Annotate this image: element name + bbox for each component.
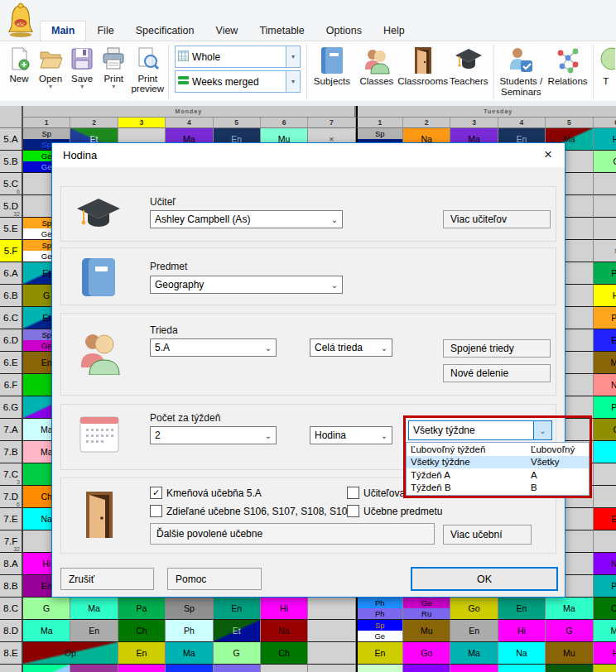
weeks-mode-combo[interactable]: Weeks merged ▾ <box>175 70 301 93</box>
timetable-cell[interactable] <box>308 598 355 620</box>
class-row-label[interactable]: 5.E <box>0 218 23 240</box>
timetable-cell[interactable]: En <box>214 598 261 620</box>
timetable-cell[interactable] <box>308 642 355 665</box>
timetable-cell[interactable]: Hi <box>261 598 308 620</box>
subject-rooms-checkbox[interactable]: Učebne predmetu <box>347 505 513 517</box>
ok-button[interactable]: OK <box>411 567 558 591</box>
class-row-label[interactable]: 8.B <box>0 575 23 598</box>
period-header[interactable]: 5 <box>546 118 593 128</box>
period-header[interactable]: 2 <box>403 118 450 128</box>
view-mode-combo[interactable]: Whole ▾ <box>175 46 301 68</box>
tab-timetable[interactable]: Timetable <box>248 22 315 41</box>
timetable-cell[interactable]: En <box>594 329 616 352</box>
class-row-label[interactable]: 7.D6 <box>0 486 23 508</box>
timetable-cell[interactable] <box>70 665 118 672</box>
weeks-option-b[interactable]: Týždeň B B <box>407 482 589 495</box>
timetable-cell[interactable]: Hi <box>594 285 616 307</box>
timetable-cell[interactable]: SpGe <box>356 620 403 642</box>
print-preview-button[interactable]: Print preview <box>129 43 166 101</box>
help-button[interactable]: Pomoc <box>167 568 262 590</box>
timetable-cell[interactable]: Na <box>498 642 546 665</box>
clipped-toolbar-button[interactable]: T <box>595 43 616 101</box>
timetable-cell[interactable]: Ma <box>166 642 213 665</box>
relations-button[interactable]: Relations <box>546 43 590 101</box>
class-row-label[interactable]: 8.F <box>0 665 23 672</box>
timetable-cell[interactable]: Ma <box>594 620 616 642</box>
timetable-cell[interactable]: Ph <box>594 575 616 598</box>
timetable-cell[interactable] <box>546 665 593 672</box>
timetable-cell[interactable] <box>356 665 403 672</box>
dialog-title-bar[interactable]: Hodina × <box>52 143 565 167</box>
timetable-cell[interactable]: Ch <box>118 620 166 642</box>
open-button[interactable]: Open ▾ <box>35 43 66 101</box>
class-row-label[interactable]: 7.B <box>0 441 23 463</box>
timetable-cell[interactable] <box>498 665 546 672</box>
weeks-option-any[interactable]: Ľubovoľný týždeň Ľubovoľný <box>407 443 589 456</box>
weeks-combo[interactable]: Všetky týždne ⌄ <box>408 420 552 440</box>
timetable-cell[interactable] <box>23 665 70 672</box>
timetable-cell[interactable]: Hi <box>594 128 616 151</box>
class-combo[interactable]: 5.A ⌄ <box>150 338 277 357</box>
timetable-cell[interactable]: En <box>118 642 166 665</box>
timetable-cell[interactable]: En <box>594 508 616 530</box>
timetable-cell[interactable]: G <box>23 598 70 620</box>
period-header[interactable]: 2 <box>70 118 118 128</box>
period-header[interactable]: 6 <box>261 118 308 128</box>
timetable-cell[interactable]: Pa <box>594 262 616 285</box>
class-row-label[interactable]: 5.D32 <box>0 195 23 218</box>
timetable-cell[interactable]: Et <box>214 620 261 642</box>
timetable-cell[interactable]: Go <box>403 642 450 665</box>
cancel-button[interactable]: Zrušiť <box>60 568 154 590</box>
timetable-cell[interactable]: G <box>594 151 616 173</box>
period-header[interactable]: 6 <box>594 118 616 128</box>
count-combo[interactable]: 2 ⌄ <box>150 426 277 444</box>
timetable-cell[interactable]: Hi <box>498 620 546 642</box>
tab-file[interactable]: File <box>86 22 124 41</box>
timetable-cell[interactable] <box>594 218 616 240</box>
tab-main[interactable]: Main <box>40 21 86 41</box>
timetable-cell[interactable]: Ma <box>546 598 593 620</box>
period-header[interactable]: 3 <box>450 118 498 128</box>
subjects-button[interactable]: Subjects <box>310 43 354 101</box>
class-row-label[interactable]: 8.E <box>0 642 23 665</box>
joined-classes-button[interactable]: Spojené triedy <box>443 339 551 358</box>
timetable-cell[interactable] <box>261 665 308 672</box>
view-mode-arrow-icon[interactable]: ▾ <box>286 46 300 67</box>
timetable-cell[interactable] <box>214 665 261 672</box>
timetable-cell[interactable]: G <box>546 620 593 642</box>
timetable-cell[interactable] <box>118 665 166 672</box>
timetable-cell[interactable]: Ph <box>594 307 616 329</box>
app-logo-bell-icon[interactable]: aSc <box>5 2 36 38</box>
class-row-label[interactable]: 6.E <box>0 352 23 374</box>
weeks-option-a[interactable]: Týždeň A A <box>407 468 589 482</box>
class-row-label[interactable]: 7.C3 <box>0 463 23 486</box>
tab-specification[interactable]: Specification <box>125 22 205 41</box>
timetable-cell[interactable] <box>594 665 616 672</box>
teachers-button[interactable]: Teachers <box>446 43 491 101</box>
class-row-label[interactable]: 5.F <box>0 240 23 262</box>
timetable-cell[interactable]: Hi <box>594 642 616 665</box>
students-seminars-button[interactable]: Students / Seminars <box>497 43 545 101</box>
subject-combo[interactable]: Geography ⌄ <box>150 276 343 294</box>
class-row-label[interactable]: 5.A <box>0 128 23 151</box>
timetable-cell[interactable]: En <box>498 598 546 620</box>
more-teachers-button[interactable]: Viac učiteľov <box>443 210 551 228</box>
other-rooms-field[interactable]: Ďalšie povolené učebne <box>150 523 435 545</box>
new-button[interactable]: New <box>3 43 35 101</box>
print-button[interactable]: Print ▾ <box>98 43 129 101</box>
classes-button[interactable]: Classes <box>354 43 399 101</box>
timetable-cell[interactable]: En <box>356 642 403 665</box>
timetable-cell[interactable]: Ph <box>166 620 213 642</box>
checkbox-checked-icon[interactable]: ✓ <box>150 487 162 499</box>
checkbox-unchecked-icon[interactable] <box>347 505 359 517</box>
class-row-label[interactable]: 6.A <box>0 262 23 285</box>
timetable-cell[interactable]: Ph <box>594 396 616 419</box>
save-button[interactable]: Save ▾ <box>66 43 98 101</box>
home-room-checkbox[interactable]: ✓ Kmeňová učebňa 5.A <box>150 487 349 499</box>
period-header[interactable]: 5 <box>214 118 261 128</box>
timetable-cell[interactable] <box>308 665 355 672</box>
class-row-label[interactable]: 6.F <box>0 374 23 396</box>
timetable-cell[interactable] <box>594 173 616 195</box>
class-row-label[interactable]: 6.G <box>0 396 23 419</box>
class-row-label[interactable]: 5.B <box>0 151 23 173</box>
